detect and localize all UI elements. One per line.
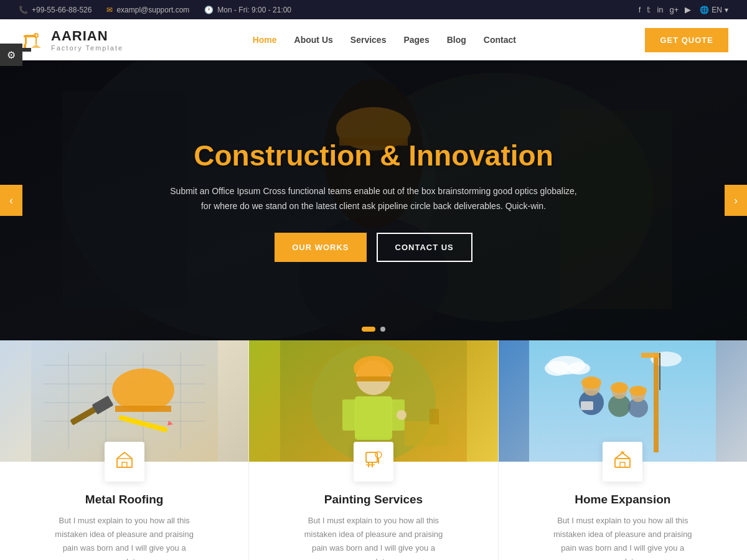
nav-home[interactable]: Home	[253, 35, 277, 45]
hero-next-button[interactable]: ›	[725, 185, 747, 216]
svg-point-61	[581, 376, 601, 389]
service-icon-wrap-2	[354, 442, 393, 482]
logo-subtitle: Factory Template	[51, 44, 123, 52]
email-address: exampl@support.com	[116, 6, 189, 14]
hero-section: ‹ Construction & Innovation Submit an Of…	[0, 60, 747, 340]
linkedin-icon[interactable]: in	[657, 5, 663, 14]
svg-rect-41	[355, 376, 392, 381]
painting-icon	[364, 450, 383, 474]
language-label: EN	[712, 6, 722, 14]
svg-point-67	[629, 386, 647, 396]
svg-rect-44	[430, 409, 439, 424]
hero-dot-2[interactable]	[380, 327, 385, 332]
our-works-button[interactable]: OUR WORKS	[275, 233, 366, 262]
youtube-icon[interactable]: ▶	[685, 5, 691, 14]
hero-content: Construction & Innovation Submit an Offi…	[156, 139, 591, 262]
service-icon-wrap-3	[603, 442, 642, 482]
chevron-down-icon: ▾	[725, 6, 728, 14]
service-card-2: Painting Services But I must explain to …	[249, 340, 498, 560]
phone-icon: 📞	[19, 6, 28, 14]
logo-text: AARIAN Factory Template	[51, 28, 123, 52]
nav-blog[interactable]: Blog	[447, 35, 466, 45]
hero-prev-button[interactable]: ‹	[0, 185, 22, 216]
clock-icon: 🕐	[204, 6, 214, 14]
settings-button[interactable]: ⚙	[0, 44, 22, 66]
service-desc-2: But I must explain to you how all this m…	[299, 514, 448, 560]
nav-pages[interactable]: Pages	[403, 35, 429, 45]
email-info: ✉ exampl@support.com	[106, 6, 189, 14]
hero-dot-1[interactable]	[362, 327, 375, 332]
chevron-left-icon: ‹	[9, 194, 13, 207]
topbar-right: f 𝕥 in g+ ▶ 🌐 EN ▾	[639, 5, 728, 14]
topbar: 📞 +99-55-66-88-526 ✉ exampl@support.com …	[0, 0, 747, 19]
logo-name: AARIAN	[51, 28, 123, 44]
phone-info: 📞 +99-55-66-88-526	[19, 6, 92, 14]
svg-rect-43	[405, 421, 448, 446]
service-title-3: Home Expansion	[575, 493, 670, 506]
language-selector[interactable]: 🌐 EN ▾	[700, 6, 728, 14]
main-nav: Home About Us Services Pages Blog Contac…	[253, 35, 516, 45]
hours-info: 🕐 Mon - Fri: 9:00 - 21:00	[204, 6, 291, 14]
service-icon-wrap-1	[105, 442, 144, 482]
hero-description: Submit an Office Ipsum Cross functional …	[168, 184, 579, 214]
service-card-3: Home Expansion But I must explain to you…	[499, 340, 747, 560]
topbar-left: 📞 +99-55-66-88-526 ✉ exampl@support.com …	[19, 6, 291, 14]
service-desc-3: But I must explain to you how all this m…	[548, 514, 697, 560]
svg-point-49	[375, 452, 382, 458]
svg-rect-27	[115, 406, 171, 412]
svg-point-64	[611, 382, 628, 393]
phone-number: +99-55-66-88-526	[32, 6, 92, 14]
contact-us-button[interactable]: CONTACT US	[377, 233, 472, 262]
header: AARIAN Factory Template Home About Us Se…	[0, 19, 747, 60]
gear-icon: ⚙	[7, 49, 16, 61]
svg-rect-38	[342, 399, 356, 431]
facebook-icon[interactable]: f	[639, 5, 641, 14]
hero-title: Construction & Innovation	[168, 139, 579, 173]
service-desc-1: But I must explain to you how all this m…	[50, 514, 199, 560]
nav-contact[interactable]: Contact	[484, 35, 516, 45]
logo-icon	[19, 27, 45, 53]
roofing-icon	[115, 450, 134, 474]
googleplus-icon[interactable]: g+	[670, 5, 679, 14]
svg-rect-68	[581, 401, 593, 410]
email-icon: ✉	[106, 6, 113, 14]
logo: AARIAN Factory Template	[19, 27, 123, 53]
globe-icon: 🌐	[700, 6, 709, 14]
svg-point-42	[397, 410, 406, 420]
social-icons: f 𝕥 in g+ ▶	[639, 5, 692, 14]
service-title-1: Metal Roofing	[85, 493, 164, 506]
svg-point-54	[568, 362, 590, 375]
nav-services[interactable]: Services	[350, 35, 387, 45]
chevron-right-icon: ›	[734, 194, 738, 207]
get-quote-button[interactable]: GET QUOTE	[645, 28, 728, 52]
svg-rect-37	[355, 396, 392, 440]
business-hours: Mon - Fri: 9:00 - 21:00	[217, 6, 291, 14]
svg-point-53	[545, 361, 570, 376]
svg-rect-3	[25, 37, 27, 44]
services-section: Metal Roofing But I must explain to you …	[0, 340, 747, 560]
svg-rect-32	[122, 462, 127, 467]
service-card-1: Metal Roofing But I must explain to you …	[0, 340, 249, 560]
nav-about[interactable]: About Us	[294, 35, 333, 45]
svg-rect-56	[654, 353, 659, 452]
hero-dots	[362, 327, 385, 332]
svg-rect-69	[615, 459, 630, 467]
hero-buttons: OUR WORKS CONTACT US	[168, 233, 579, 262]
expansion-icon	[613, 450, 632, 474]
twitter-icon[interactable]: 𝕥	[647, 5, 651, 14]
svg-point-26	[112, 368, 174, 412]
service-title-2: Painting Services	[324, 493, 423, 506]
svg-rect-57	[641, 353, 660, 358]
svg-rect-70	[620, 462, 625, 467]
svg-rect-7	[21, 48, 31, 52]
